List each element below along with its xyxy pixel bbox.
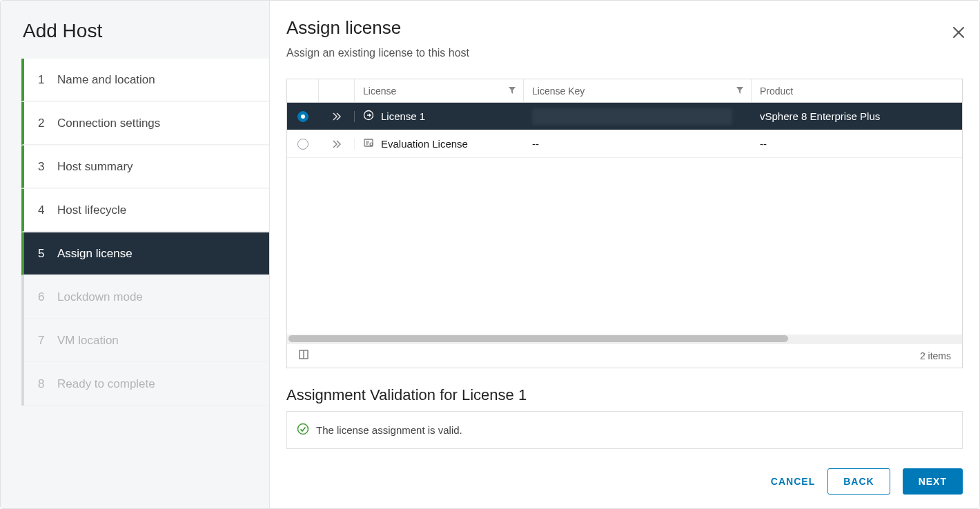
close-button[interactable] bbox=[952, 26, 966, 42]
evaluation-icon bbox=[363, 137, 374, 150]
table-footer: 2 items bbox=[287, 343, 962, 368]
horizontal-scrollbar[interactable] bbox=[287, 335, 962, 343]
step-host-summary[interactable]: 3 Host summary bbox=[21, 146, 269, 188]
chevron-double-right-icon bbox=[331, 111, 342, 122]
step-ready-to-complete: 8 Ready to complete bbox=[24, 363, 269, 406]
validation-title: Assignment Validation for License 1 bbox=[286, 386, 963, 404]
wizard-title: Add Host bbox=[1, 1, 269, 59]
table-empty-area bbox=[287, 158, 962, 335]
step-number: 6 bbox=[38, 290, 52, 304]
license-table: License License Key Product bbox=[286, 79, 963, 368]
step-label: Ready to complete bbox=[57, 377, 155, 391]
wizard-footer: CANCEL BACK NEXT bbox=[286, 455, 963, 495]
step-number: 8 bbox=[38, 377, 52, 391]
col-product[interactable]: Product bbox=[752, 86, 962, 97]
check-circle-icon bbox=[297, 423, 309, 437]
step-connection-settings[interactable]: 2 Connection settings bbox=[21, 102, 269, 145]
license-name: License 1 bbox=[381, 110, 425, 122]
license-key: -- bbox=[532, 138, 539, 150]
table-row[interactable]: License 1 vSphere 8 Enterprise Plus bbox=[287, 103, 962, 130]
col-license[interactable]: License bbox=[355, 79, 524, 102]
row-radio[interactable] bbox=[287, 139, 319, 150]
back-button[interactable]: BACK bbox=[827, 468, 890, 495]
col-select bbox=[287, 79, 319, 102]
step-label: Name and location bbox=[57, 73, 155, 87]
col-expand bbox=[319, 79, 355, 102]
svg-point-2 bbox=[370, 143, 373, 146]
step-label: Connection settings bbox=[57, 117, 160, 130]
license-name: Evaluation License bbox=[381, 138, 468, 150]
table-row[interactable]: Evaluation License -- -- bbox=[287, 130, 962, 158]
main-panel: Assign license Assign an existing licens… bbox=[270, 1, 979, 508]
step-label: Host summary bbox=[57, 160, 133, 174]
license-product: -- bbox=[760, 138, 767, 150]
step-name-location[interactable]: 1 Name and location bbox=[21, 59, 269, 101]
step-number: 3 bbox=[38, 160, 52, 174]
filter-icon[interactable] bbox=[736, 86, 744, 97]
table-header: License License Key Product bbox=[287, 79, 962, 103]
validation-message: The license assignment is valid. bbox=[316, 424, 462, 436]
step-vm-location: 7 VM location bbox=[24, 319, 269, 362]
row-expand[interactable] bbox=[319, 139, 355, 150]
table-body: License 1 vSphere 8 Enterprise Plus bbox=[287, 103, 962, 158]
col-license-label: License bbox=[363, 86, 396, 97]
step-label: VM location bbox=[57, 334, 119, 348]
step-lockdown-mode: 6 Lockdown mode bbox=[24, 276, 269, 319]
step-label: Host lifecycle bbox=[57, 203, 126, 217]
validation-box: The license assignment is valid. bbox=[286, 411, 963, 449]
step-number: 5 bbox=[38, 247, 52, 261]
col-key-label: License Key bbox=[532, 86, 585, 97]
step-label: Lockdown mode bbox=[57, 290, 143, 304]
step-number: 4 bbox=[38, 203, 52, 217]
wizard-steps: 1 Name and location 2 Connection setting… bbox=[21, 59, 269, 406]
step-host-lifecycle[interactable]: 4 Host lifecycle bbox=[21, 189, 269, 232]
license-key-redacted bbox=[532, 108, 732, 125]
step-assign-license[interactable]: 5 Assign license bbox=[21, 232, 269, 275]
row-radio[interactable] bbox=[287, 111, 319, 122]
wizard-sidebar: Add Host 1 Name and location 2 Connectio… bbox=[1, 1, 270, 508]
row-expand[interactable] bbox=[319, 111, 355, 122]
cancel-button[interactable]: CANCEL bbox=[771, 476, 815, 487]
columns-toggle-icon[interactable] bbox=[298, 349, 309, 362]
item-count: 2 items bbox=[920, 350, 951, 361]
col-product-label: Product bbox=[760, 86, 793, 97]
step-label: Assign license bbox=[57, 247, 133, 261]
col-license-key[interactable]: License Key bbox=[524, 79, 752, 102]
page-title: Assign license bbox=[286, 17, 963, 39]
step-number: 7 bbox=[38, 334, 52, 348]
step-number: 1 bbox=[38, 73, 52, 87]
filter-icon[interactable] bbox=[508, 86, 516, 97]
svg-point-5 bbox=[298, 424, 308, 435]
license-icon bbox=[363, 110, 374, 123]
chevron-double-right-icon bbox=[331, 139, 342, 150]
step-number: 2 bbox=[38, 117, 52, 130]
license-product: vSphere 8 Enterprise Plus bbox=[760, 110, 880, 122]
page-subtitle: Assign an existing license to this host bbox=[286, 47, 963, 59]
close-icon bbox=[952, 26, 966, 39]
next-button[interactable]: NEXT bbox=[903, 468, 963, 495]
